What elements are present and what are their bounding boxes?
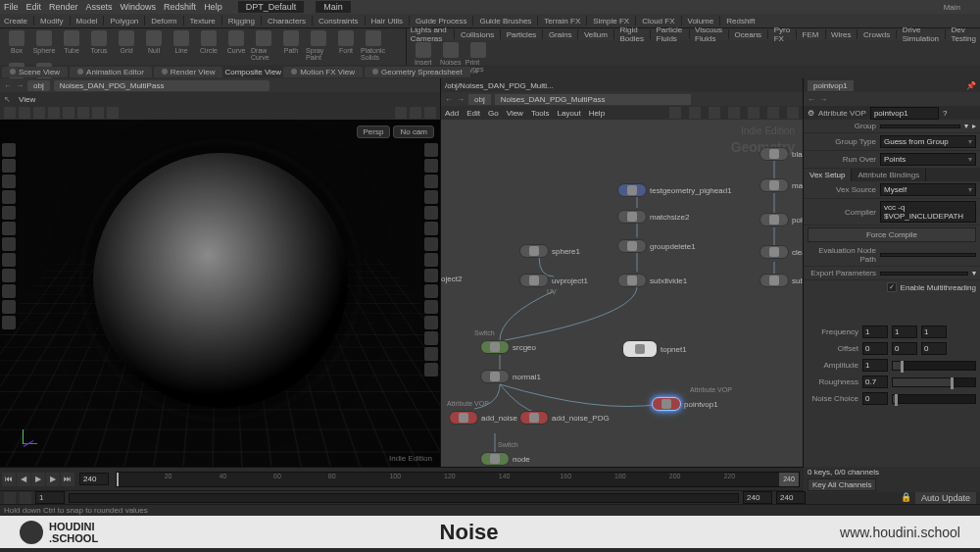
- last-frame-button[interactable]: ⏭: [61, 473, 74, 486]
- tool-icon[interactable]: [2, 159, 16, 173]
- node-subdivide[interactable]: subdivide1: [617, 274, 687, 287]
- shelf2-noises[interactable]: Noises: [438, 42, 464, 66]
- disp-icon[interactable]: [424, 300, 438, 314]
- shelf2-tab[interactable]: Particle Fluids: [657, 25, 683, 43]
- node-mat[interactable]: mat: [760, 178, 803, 192]
- nw-menu[interactable]: Go: [488, 109, 499, 118]
- shelf-sphere[interactable]: Sphere: [31, 30, 57, 54]
- node-poly[interactable]: poly: [760, 213, 803, 226]
- shelf2-tab[interactable]: Oceans: [735, 30, 762, 39]
- multithread-checkbox[interactable]: ✓: [887, 282, 897, 292]
- menu-edit[interactable]: Edit: [26, 2, 42, 12]
- node-addnoise[interactable]: add_noise: [449, 411, 517, 425]
- node-normal[interactable]: normal1: [480, 370, 541, 383]
- range-btn[interactable]: [4, 492, 16, 504]
- cam-dropdown[interactable]: No cam: [393, 125, 434, 138]
- offset-z[interactable]: [921, 342, 947, 355]
- node-switch2[interactable]: node: [480, 452, 530, 466]
- disp-icon[interactable]: [424, 269, 438, 282]
- nw-icon[interactable]: [669, 107, 681, 119]
- menu-windows[interactable]: Windows: [121, 2, 157, 12]
- shelf2-tab[interactable]: Vellum: [584, 30, 608, 39]
- compiler-input[interactable]: vcc -q $VOP_INCLUDEPATH: [880, 201, 976, 223]
- shelf-tab[interactable]: Simple FX: [593, 17, 629, 25]
- nw-icon[interactable]: [689, 107, 701, 119]
- shelf2-tab[interactable]: Wires: [831, 30, 851, 39]
- tab-animeditor[interactable]: Animation Editor: [70, 67, 152, 77]
- tab-geosheet[interactable]: Geometry Spreadsheet: [365, 67, 470, 77]
- grouptype-dropdown[interactable]: Guess from Group: [880, 135, 976, 148]
- gear-icon[interactable]: ⚙: [808, 109, 814, 118]
- nw-menu[interactable]: View: [507, 109, 523, 118]
- disp-icon[interactable]: [424, 363, 438, 376]
- shelf-tab[interactable]: Cloud FX: [642, 17, 674, 25]
- disp-icon[interactable]: [424, 143, 438, 157]
- amp-input[interactable]: [862, 359, 888, 372]
- disp-icon[interactable]: [424, 159, 438, 173]
- shelf2-insert[interactable]: Insert: [411, 42, 436, 66]
- pm-path-chip[interactable]: pointvop1: [808, 80, 854, 91]
- play-button[interactable]: ▶: [31, 473, 45, 486]
- disp-icon[interactable]: [424, 190, 438, 204]
- range-start[interactable]: 1: [35, 491, 65, 504]
- rough-input[interactable]: [862, 376, 888, 388]
- gear-icon[interactable]: [964, 1, 976, 13]
- shelf-path[interactable]: Path: [278, 30, 304, 54]
- vp-btn[interactable]: [107, 107, 119, 119]
- node-pointvop[interactable]: pointvop1: [652, 397, 718, 411]
- shelf-tab[interactable]: Texture: [190, 17, 216, 25]
- path-obj[interactable]: obj: [27, 80, 50, 91]
- disp-icon[interactable]: [424, 237, 438, 251]
- disp-icon[interactable]: [424, 175, 438, 188]
- shelf-font[interactable]: Font: [333, 30, 359, 54]
- vp-btn[interactable]: [19, 107, 30, 119]
- shelf-drawcurve[interactable]: Draw Curve: [251, 30, 276, 61]
- shelf-tab[interactable]: Deform: [151, 17, 176, 25]
- shelf-tube[interactable]: Tube: [59, 30, 84, 54]
- shelf-null[interactable]: Null: [141, 30, 167, 54]
- shelf2-tab[interactable]: Collisions: [461, 30, 494, 39]
- shelf-tab[interactable]: Rigging: [228, 17, 255, 25]
- shelf-platonic[interactable]: Platonic Solids: [361, 30, 386, 61]
- disp-icon[interactable]: [424, 316, 438, 329]
- range-slider[interactable]: [69, 493, 739, 503]
- shelf-tab[interactable]: Redshift: [726, 17, 755, 25]
- disp-icon[interactable]: [424, 206, 438, 220]
- noise-slider[interactable]: [892, 394, 976, 404]
- tab-motionfx[interactable]: Motion FX View: [283, 67, 363, 77]
- range-btn[interactable]: [20, 492, 31, 504]
- next-frame-button[interactable]: ▶: [46, 473, 60, 486]
- exportparms-input[interactable]: [880, 272, 968, 276]
- menuset-dropdown[interactable]: Main: [316, 1, 351, 13]
- menu-file[interactable]: File: [4, 2, 19, 12]
- chevron-down-icon[interactable]: ▾: [972, 269, 976, 277]
- menu-render[interactable]: Render: [49, 2, 78, 12]
- shelf-torus[interactable]: Torus: [86, 30, 112, 54]
- shelf-grid[interactable]: Grid: [114, 30, 139, 54]
- offset-x[interactable]: [862, 342, 888, 355]
- disp-icon[interactable]: [424, 331, 438, 345]
- shelf-tab[interactable]: Model: [76, 17, 98, 25]
- tool-icon[interactable]: [2, 237, 16, 251]
- range-end[interactable]: 240: [743, 491, 772, 504]
- nw-icon[interactable]: [709, 107, 720, 119]
- noise-input[interactable]: [862, 392, 888, 405]
- tab-vexsetup[interactable]: Vex Setup: [804, 169, 852, 181]
- disp-icon[interactable]: [424, 347, 438, 361]
- node-sphere[interactable]: sphere1: [519, 244, 580, 258]
- shelf-circle[interactable]: Circle: [196, 30, 221, 54]
- vp-btn[interactable]: [92, 107, 104, 119]
- menu-assets[interactable]: Assets: [86, 2, 113, 12]
- vp-btn[interactable]: [63, 107, 74, 119]
- shelf2-tab[interactable]: Lights and Cameras: [411, 25, 449, 43]
- tool-icon[interactable]: [2, 269, 16, 282]
- shelf2-tab[interactable]: Rigid Bodies: [620, 25, 644, 43]
- shelf-tab[interactable]: Constraints: [318, 17, 358, 25]
- node-srcgeo[interactable]: srcgeo: [480, 340, 536, 354]
- node-sub[interactable]: sub: [760, 274, 803, 287]
- vp-btn[interactable]: [424, 107, 436, 119]
- node-uvproject[interactable]: uvproject1: [519, 274, 588, 287]
- nw-path-node[interactable]: Noises_DAN_PDG_MultiPass: [495, 94, 691, 105]
- node-blast[interactable]: blas: [760, 147, 803, 161]
- shelf-tab[interactable]: Create: [4, 17, 27, 25]
